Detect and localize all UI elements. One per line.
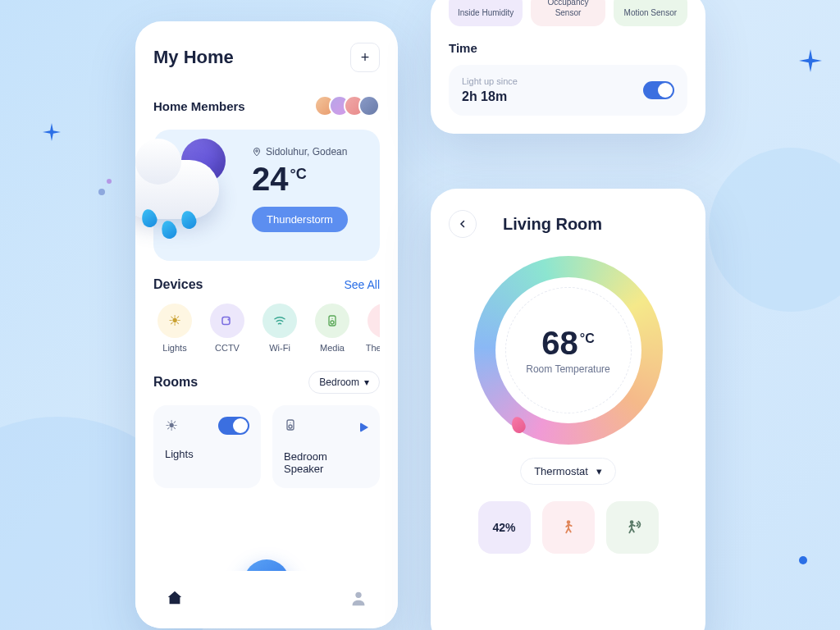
see-all-link[interactable]: See All	[344, 278, 380, 291]
room-select-dropdown[interactable]: Bedroom ▾	[308, 371, 380, 394]
svg-point-7	[289, 425, 292, 428]
sensor-tile-humidity[interactable]: Inside Humidity	[449, 0, 523, 26]
time-card: Light up since 2h 18m	[449, 65, 687, 116]
home-members-title: Home Members	[153, 99, 245, 113]
device-cctv[interactable]: CCTV	[206, 304, 249, 353]
weather-illustration	[135, 142, 235, 240]
page-title: My Home	[153, 47, 234, 68]
room-card-title: Bedroom Speaker	[284, 450, 368, 475]
svg-rect-1	[222, 317, 230, 325]
motion-icon	[623, 518, 641, 536]
weather-card[interactable]: Sidoluhur, Godean 24°C Thunderstorm	[153, 130, 380, 261]
nav-home[interactable]	[166, 589, 184, 610]
sun-icon: ☀	[165, 417, 178, 435]
room-card-title: Lights	[165, 448, 249, 460]
sensor-tile-occupancy[interactable]: Occupancy Sensor	[531, 0, 605, 26]
device-media[interactable]: Media	[311, 304, 354, 353]
chevron-left-icon	[458, 219, 468, 229]
device-list: ☀ Lights CCTV Wi-Fi Media	[153, 304, 380, 353]
rooms-title: Rooms	[153, 375, 198, 390]
room-detail-screen: Living Room 68°C Room Temperature Thermo…	[431, 189, 705, 630]
svg-point-11	[566, 520, 570, 524]
location-row: Sidoluhur, Godean	[252, 146, 363, 158]
wifi-icon	[262, 304, 297, 338]
pin-icon	[252, 147, 262, 157]
avatar[interactable]	[358, 95, 380, 116]
plus-icon: +	[361, 49, 370, 66]
thermostat-dropdown[interactable]: Thermostat ▾	[520, 458, 616, 485]
time-section-title: Time	[449, 41, 687, 55]
svg-point-5	[331, 318, 332, 319]
device-wifi[interactable]: Wi-Fi	[258, 304, 301, 353]
time-toggle[interactable]	[643, 81, 674, 99]
weather-condition-pill: Thunderstorm	[252, 207, 348, 232]
sun-icon: ☀	[158, 304, 192, 338]
stat-motion[interactable]	[606, 501, 659, 554]
svg-point-4	[331, 321, 334, 324]
bottom-nav	[135, 571, 398, 628]
sensor-tile-motion[interactable]: Motion Sensor	[614, 0, 687, 26]
dial-label: Room Temperature	[526, 363, 610, 377]
person-walk-icon	[559, 518, 578, 536]
devices-title: Devices	[153, 277, 203, 292]
sparkle-icon	[43, 123, 61, 141]
nav-profile[interactable]	[349, 589, 368, 610]
svg-point-12	[629, 520, 633, 524]
dial-knob[interactable]	[509, 415, 527, 435]
room-card-lights[interactable]: ☀ Lights	[153, 405, 261, 488]
room-card-speaker[interactable]: Bedroom Speaker	[272, 405, 380, 488]
time-subtitle: Light up since	[462, 76, 518, 86]
dial-temperature: 68°C	[541, 325, 594, 362]
member-avatars[interactable]	[321, 95, 380, 116]
bg-dot	[98, 189, 105, 195]
temperature-dial[interactable]: 68°C Room Temperature	[474, 256, 663, 445]
device-thermostat[interactable]: Thermost	[363, 304, 380, 353]
temperature-value: 24°C	[252, 162, 363, 195]
sensor-time-card: Inside Humidity Occupancy Sensor Motion …	[431, 0, 705, 134]
bg-circle	[709, 148, 840, 312]
camera-icon	[210, 304, 244, 338]
time-value: 2h 18m	[462, 89, 518, 104]
thermometer-icon	[368, 304, 380, 338]
home-icon	[166, 589, 184, 607]
room-selected: Bedroom	[319, 377, 359, 388]
stat-occupancy[interactable]	[542, 501, 595, 554]
bg-dot	[107, 179, 112, 184]
user-icon	[349, 589, 368, 607]
back-button[interactable]	[449, 210, 477, 238]
svg-point-8	[290, 422, 290, 423]
svg-point-10	[356, 592, 362, 598]
speaker-icon	[284, 417, 297, 437]
play-icon	[360, 422, 368, 432]
chevron-down-icon: ▾	[596, 465, 602, 477]
stat-humidity[interactable]: 42%	[478, 501, 531, 554]
sparkle-icon	[799, 49, 822, 72]
home-screen: My Home + Home Members Sidoluhur, Godean	[135, 21, 398, 628]
lights-toggle[interactable]	[218, 417, 249, 435]
add-button[interactable]: +	[350, 43, 380, 72]
chevron-down-icon: ▾	[364, 377, 369, 388]
speaker-icon	[315, 304, 349, 338]
room-title: Living Room	[503, 215, 602, 234]
svg-point-2	[227, 318, 229, 320]
bg-dot	[799, 556, 807, 564]
device-lights[interactable]: ☀ Lights	[153, 304, 196, 353]
location-text: Sidoluhur, Godean	[266, 146, 347, 158]
svg-point-0	[256, 150, 258, 153]
